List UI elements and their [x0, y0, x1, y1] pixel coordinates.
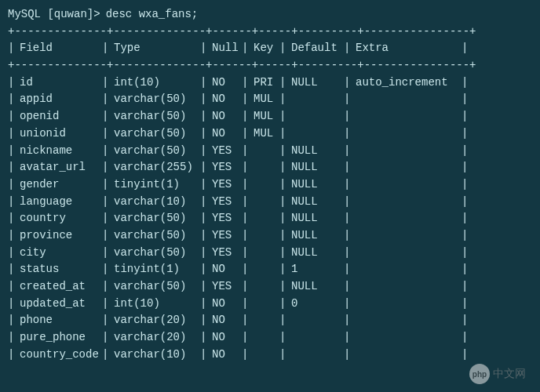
cell-extra: [356, 227, 462, 245]
cell-type: varchar(10): [114, 347, 200, 364]
table-row: |appid|varchar(50)|NO|MUL|||: [8, 91, 532, 108]
cell-null: YES: [212, 227, 242, 245]
cell-extra: [356, 296, 462, 313]
cell-extra: [356, 176, 462, 194]
cell-type: varchar(10): [114, 194, 200, 211]
watermark-text: 中文网: [493, 367, 526, 381]
cell-null: NO: [212, 296, 242, 313]
col-header-key: Key: [254, 40, 279, 57]
cell-field: created_at: [20, 278, 102, 296]
cell-key: [254, 143, 279, 160]
cell-default: 0: [291, 296, 344, 313]
cell-null: YES: [212, 194, 242, 211]
cell-default: [291, 125, 344, 143]
cell-field: updated_at: [20, 296, 102, 313]
watermark: php 中文网: [469, 364, 526, 384]
cell-field: nickname: [20, 143, 102, 160]
cell-type: varchar(50): [114, 227, 200, 245]
cell-default: NULL: [291, 74, 344, 92]
cell-default: [291, 312, 344, 329]
cell-field: openid: [20, 108, 102, 125]
cell-default: NULL: [291, 159, 344, 176]
cell-null: NO: [212, 125, 242, 143]
cell-field: status: [20, 261, 102, 278]
cell-default: 1: [291, 261, 344, 278]
cell-null: YES: [212, 159, 242, 176]
cell-field: city: [20, 245, 102, 262]
col-header-type: Type: [114, 40, 200, 57]
cell-key: [254, 261, 279, 278]
table-row: |created_at|varchar(50)|YES||NULL||: [8, 278, 532, 296]
cell-key: [254, 312, 279, 329]
mysql-terminal: MySQL [quwan]> desc wxa_fans; +---------…: [0, 0, 540, 363]
cell-null: NO: [212, 74, 242, 92]
cell-type: tinyint(1): [114, 261, 200, 278]
php-logo-icon: php: [469, 364, 490, 384]
cell-key: [254, 159, 279, 176]
table-row: |avatar_url|varchar(255)|YES||NULL||: [8, 159, 532, 176]
cell-field: pure_phone: [20, 329, 102, 347]
table-row: |unionid|varchar(50)|NO|MUL|||: [8, 125, 532, 143]
cell-extra: [356, 143, 462, 160]
cell-null: YES: [212, 278, 242, 296]
cell-field: province: [20, 227, 102, 245]
cell-default: NULL: [291, 210, 344, 227]
table-header-row: | Field | Type | Null | Key | Default | …: [8, 40, 532, 57]
cell-key: [254, 245, 279, 262]
cell-type: int(10): [114, 296, 200, 313]
cell-key: [254, 210, 279, 227]
cell-field: language: [20, 194, 102, 211]
table-row: |gender|tinyint(1)|YES||NULL||: [8, 176, 532, 194]
table-row: |province|varchar(50)|YES||NULL||: [8, 227, 532, 245]
cell-null: NO: [212, 347, 242, 364]
table-row: |country|varchar(50)|YES||NULL||: [8, 210, 532, 227]
cell-key: [254, 227, 279, 245]
cell-null: YES: [212, 143, 242, 160]
cell-field: phone: [20, 312, 102, 329]
col-header-field: Field: [20, 40, 102, 57]
cell-type: tinyint(1): [114, 176, 200, 194]
table-row: |nickname|varchar(50)|YES||NULL||: [8, 143, 532, 160]
cell-key: [254, 296, 279, 313]
cell-extra: [356, 329, 462, 347]
cell-null: YES: [212, 210, 242, 227]
cell-key: PRI: [254, 74, 279, 92]
cell-default: [291, 108, 344, 125]
cell-null: YES: [212, 245, 242, 262]
cell-type: varchar(50): [114, 210, 200, 227]
table-divider-mid: +--------------+--------------+------+--…: [8, 57, 532, 74]
cell-null: YES: [212, 176, 242, 194]
cell-type: varchar(50): [114, 245, 200, 262]
cell-key: [254, 194, 279, 211]
cell-type: varchar(50): [114, 278, 200, 296]
cell-type: varchar(50): [114, 125, 200, 143]
cell-type: varchar(50): [114, 91, 200, 108]
cell-default: NULL: [291, 245, 344, 262]
cell-default: NULL: [291, 143, 344, 160]
cell-field: avatar_url: [20, 159, 102, 176]
table-row: |phone|varchar(20)|NO||||: [8, 312, 532, 329]
cell-field: unionid: [20, 125, 102, 143]
cell-null: NO: [212, 108, 242, 125]
cell-type: varchar(50): [114, 108, 200, 125]
cell-key: MUL: [254, 91, 279, 108]
table-divider-top: +--------------+--------------+------+--…: [8, 24, 532, 41]
cell-default: NULL: [291, 278, 344, 296]
cell-default: [291, 347, 344, 364]
cell-extra: [356, 312, 462, 329]
cell-key: [254, 329, 279, 347]
cell-extra: [356, 347, 462, 364]
prompt-prefix: MySQL [quwan]>: [8, 6, 100, 24]
cell-extra: [356, 91, 462, 108]
table-row: |country_code|varchar(10)|NO||||: [8, 347, 532, 364]
col-header-null: Null: [212, 40, 242, 57]
cell-null: NO: [212, 312, 242, 329]
col-header-extra: Extra: [356, 40, 462, 57]
cell-type: varchar(50): [114, 143, 200, 160]
table-row: |openid|varchar(50)|NO|MUL|||: [8, 108, 532, 125]
cell-key: [254, 176, 279, 194]
table-body: |id|int(10)|NO|PRI|NULL|auto_increment||…: [8, 74, 532, 364]
cell-key: [254, 278, 279, 296]
table-row: |updated_at|int(10)|NO||0||: [8, 296, 532, 313]
cell-field: gender: [20, 176, 102, 194]
